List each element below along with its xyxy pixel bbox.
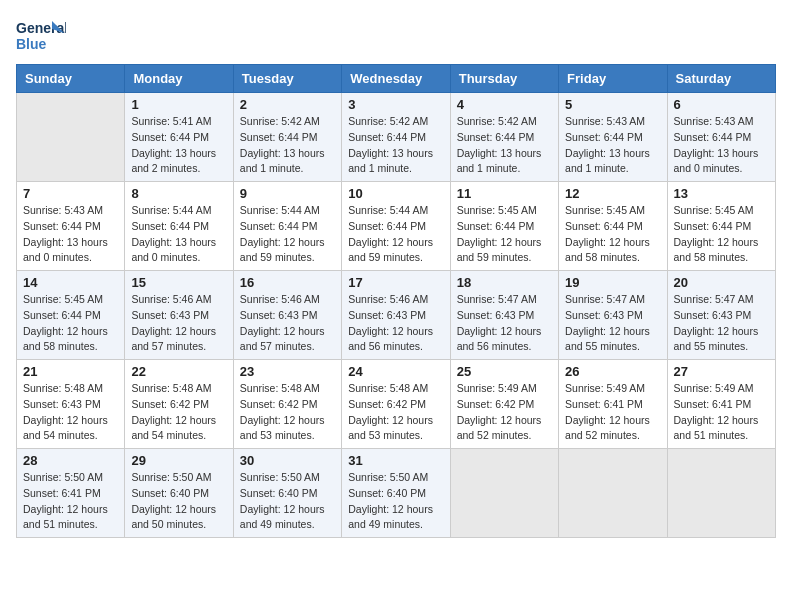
day-cell: 5Sunrise: 5:43 AM Sunset: 6:44 PM Daylig…	[559, 93, 667, 182]
calendar-header: SundayMondayTuesdayWednesdayThursdayFrid…	[17, 65, 776, 93]
day-number: 12	[565, 186, 660, 201]
day-number: 24	[348, 364, 443, 379]
day-cell: 19Sunrise: 5:47 AM Sunset: 6:43 PM Dayli…	[559, 271, 667, 360]
day-number: 6	[674, 97, 769, 112]
header-cell-friday: Friday	[559, 65, 667, 93]
header-cell-wednesday: Wednesday	[342, 65, 450, 93]
day-number: 10	[348, 186, 443, 201]
day-info: Sunrise: 5:45 AM Sunset: 6:44 PM Dayligh…	[674, 203, 769, 266]
day-cell: 29Sunrise: 5:50 AM Sunset: 6:40 PM Dayli…	[125, 449, 233, 538]
day-cell	[559, 449, 667, 538]
day-number: 22	[131, 364, 226, 379]
day-cell: 6Sunrise: 5:43 AM Sunset: 6:44 PM Daylig…	[667, 93, 775, 182]
week-row-1: 7Sunrise: 5:43 AM Sunset: 6:44 PM Daylig…	[17, 182, 776, 271]
day-info: Sunrise: 5:48 AM Sunset: 6:42 PM Dayligh…	[240, 381, 335, 444]
day-cell: 14Sunrise: 5:45 AM Sunset: 6:44 PM Dayli…	[17, 271, 125, 360]
day-info: Sunrise: 5:41 AM Sunset: 6:44 PM Dayligh…	[131, 114, 226, 177]
day-number: 17	[348, 275, 443, 290]
day-cell: 21Sunrise: 5:48 AM Sunset: 6:43 PM Dayli…	[17, 360, 125, 449]
day-info: Sunrise: 5:46 AM Sunset: 6:43 PM Dayligh…	[240, 292, 335, 355]
day-info: Sunrise: 5:49 AM Sunset: 6:41 PM Dayligh…	[674, 381, 769, 444]
header-cell-tuesday: Tuesday	[233, 65, 341, 93]
svg-text:Blue: Blue	[16, 36, 47, 52]
day-info: Sunrise: 5:43 AM Sunset: 6:44 PM Dayligh…	[565, 114, 660, 177]
day-info: Sunrise: 5:47 AM Sunset: 6:43 PM Dayligh…	[565, 292, 660, 355]
day-info: Sunrise: 5:45 AM Sunset: 6:44 PM Dayligh…	[457, 203, 552, 266]
day-info: Sunrise: 5:50 AM Sunset: 6:40 PM Dayligh…	[240, 470, 335, 533]
week-row-3: 21Sunrise: 5:48 AM Sunset: 6:43 PM Dayli…	[17, 360, 776, 449]
day-info: Sunrise: 5:50 AM Sunset: 6:41 PM Dayligh…	[23, 470, 118, 533]
logo: GeneralBlue	[16, 16, 66, 56]
day-info: Sunrise: 5:44 AM Sunset: 6:44 PM Dayligh…	[240, 203, 335, 266]
day-cell: 3Sunrise: 5:42 AM Sunset: 6:44 PM Daylig…	[342, 93, 450, 182]
day-info: Sunrise: 5:50 AM Sunset: 6:40 PM Dayligh…	[348, 470, 443, 533]
day-number: 26	[565, 364, 660, 379]
calendar-table: SundayMondayTuesdayWednesdayThursdayFrid…	[16, 64, 776, 538]
day-cell: 8Sunrise: 5:44 AM Sunset: 6:44 PM Daylig…	[125, 182, 233, 271]
week-row-2: 14Sunrise: 5:45 AM Sunset: 6:44 PM Dayli…	[17, 271, 776, 360]
day-cell: 7Sunrise: 5:43 AM Sunset: 6:44 PM Daylig…	[17, 182, 125, 271]
day-info: Sunrise: 5:48 AM Sunset: 6:43 PM Dayligh…	[23, 381, 118, 444]
day-number: 1	[131, 97, 226, 112]
day-info: Sunrise: 5:42 AM Sunset: 6:44 PM Dayligh…	[348, 114, 443, 177]
week-row-0: 1Sunrise: 5:41 AM Sunset: 6:44 PM Daylig…	[17, 93, 776, 182]
day-cell: 23Sunrise: 5:48 AM Sunset: 6:42 PM Dayli…	[233, 360, 341, 449]
day-info: Sunrise: 5:49 AM Sunset: 6:41 PM Dayligh…	[565, 381, 660, 444]
header-cell-sunday: Sunday	[17, 65, 125, 93]
day-number: 15	[131, 275, 226, 290]
day-info: Sunrise: 5:42 AM Sunset: 6:44 PM Dayligh…	[240, 114, 335, 177]
calendar-body: 1Sunrise: 5:41 AM Sunset: 6:44 PM Daylig…	[17, 93, 776, 538]
day-cell: 31Sunrise: 5:50 AM Sunset: 6:40 PM Dayli…	[342, 449, 450, 538]
logo-svg: GeneralBlue	[16, 16, 66, 56]
day-number: 14	[23, 275, 118, 290]
day-info: Sunrise: 5:45 AM Sunset: 6:44 PM Dayligh…	[23, 292, 118, 355]
day-number: 11	[457, 186, 552, 201]
day-cell: 25Sunrise: 5:49 AM Sunset: 6:42 PM Dayli…	[450, 360, 558, 449]
day-cell: 28Sunrise: 5:50 AM Sunset: 6:41 PM Dayli…	[17, 449, 125, 538]
header-row: SundayMondayTuesdayWednesdayThursdayFrid…	[17, 65, 776, 93]
day-cell	[450, 449, 558, 538]
day-number: 4	[457, 97, 552, 112]
day-info: Sunrise: 5:44 AM Sunset: 6:44 PM Dayligh…	[131, 203, 226, 266]
week-row-4: 28Sunrise: 5:50 AM Sunset: 6:41 PM Dayli…	[17, 449, 776, 538]
day-cell: 26Sunrise: 5:49 AM Sunset: 6:41 PM Dayli…	[559, 360, 667, 449]
header-cell-monday: Monday	[125, 65, 233, 93]
day-info: Sunrise: 5:48 AM Sunset: 6:42 PM Dayligh…	[131, 381, 226, 444]
day-cell	[17, 93, 125, 182]
day-cell: 1Sunrise: 5:41 AM Sunset: 6:44 PM Daylig…	[125, 93, 233, 182]
day-number: 20	[674, 275, 769, 290]
day-cell: 18Sunrise: 5:47 AM Sunset: 6:43 PM Dayli…	[450, 271, 558, 360]
day-number: 21	[23, 364, 118, 379]
day-cell	[667, 449, 775, 538]
day-cell: 4Sunrise: 5:42 AM Sunset: 6:44 PM Daylig…	[450, 93, 558, 182]
day-number: 29	[131, 453, 226, 468]
header-cell-saturday: Saturday	[667, 65, 775, 93]
day-info: Sunrise: 5:46 AM Sunset: 6:43 PM Dayligh…	[348, 292, 443, 355]
day-cell: 11Sunrise: 5:45 AM Sunset: 6:44 PM Dayli…	[450, 182, 558, 271]
day-info: Sunrise: 5:49 AM Sunset: 6:42 PM Dayligh…	[457, 381, 552, 444]
day-number: 2	[240, 97, 335, 112]
day-number: 27	[674, 364, 769, 379]
day-number: 3	[348, 97, 443, 112]
day-number: 8	[131, 186, 226, 201]
day-info: Sunrise: 5:43 AM Sunset: 6:44 PM Dayligh…	[674, 114, 769, 177]
day-cell: 9Sunrise: 5:44 AM Sunset: 6:44 PM Daylig…	[233, 182, 341, 271]
day-cell: 17Sunrise: 5:46 AM Sunset: 6:43 PM Dayli…	[342, 271, 450, 360]
day-number: 13	[674, 186, 769, 201]
day-number: 18	[457, 275, 552, 290]
day-info: Sunrise: 5:50 AM Sunset: 6:40 PM Dayligh…	[131, 470, 226, 533]
day-info: Sunrise: 5:48 AM Sunset: 6:42 PM Dayligh…	[348, 381, 443, 444]
day-cell: 20Sunrise: 5:47 AM Sunset: 6:43 PM Dayli…	[667, 271, 775, 360]
day-number: 9	[240, 186, 335, 201]
day-info: Sunrise: 5:47 AM Sunset: 6:43 PM Dayligh…	[674, 292, 769, 355]
day-info: Sunrise: 5:44 AM Sunset: 6:44 PM Dayligh…	[348, 203, 443, 266]
day-number: 5	[565, 97, 660, 112]
header: GeneralBlue	[16, 16, 776, 56]
day-number: 23	[240, 364, 335, 379]
day-cell: 24Sunrise: 5:48 AM Sunset: 6:42 PM Dayli…	[342, 360, 450, 449]
day-info: Sunrise: 5:43 AM Sunset: 6:44 PM Dayligh…	[23, 203, 118, 266]
day-number: 19	[565, 275, 660, 290]
day-number: 31	[348, 453, 443, 468]
day-cell: 12Sunrise: 5:45 AM Sunset: 6:44 PM Dayli…	[559, 182, 667, 271]
day-info: Sunrise: 5:45 AM Sunset: 6:44 PM Dayligh…	[565, 203, 660, 266]
